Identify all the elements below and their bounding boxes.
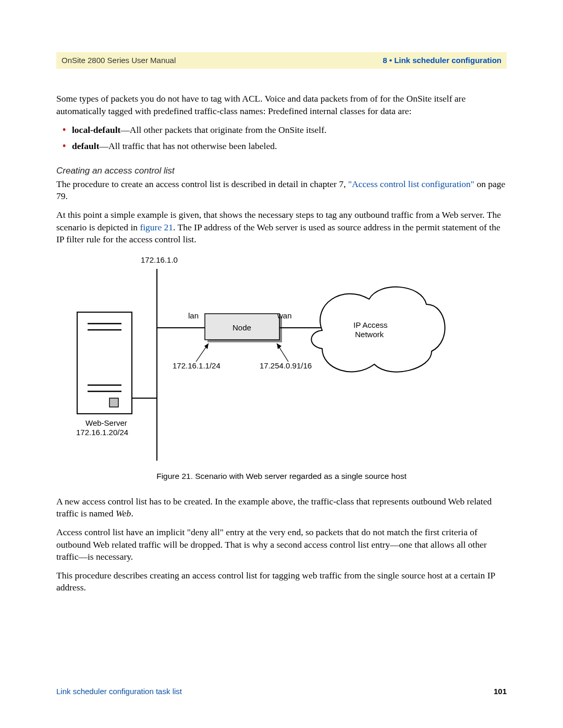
network-diagram: 172.16.1.0 lan wan Node IP Access Networ… (56, 252, 507, 466)
svg-rect-7 (109, 398, 118, 407)
lan-label: lan (188, 311, 199, 321)
page: OnSite 2800 Series User Manual 8 • Link … (0, 0, 563, 728)
network-address-label: 172.16.1.0 (141, 255, 178, 265)
intro-paragraph: Some types of packets you do not have to… (56, 93, 507, 117)
predefined-classes-list: local-default—All other packets that ori… (56, 124, 507, 153)
page-number: 101 (494, 686, 507, 697)
desc: —All traffic that has not otherwise been… (100, 141, 277, 151)
list-item: default—All traffic that has not otherwi… (72, 140, 507, 153)
list-item: local-default—All other packets that ori… (72, 124, 507, 137)
svg-rect-2 (77, 312, 132, 414)
wan-address-label: 17.254.0.91/16 (260, 361, 312, 371)
svg-marker-15 (277, 343, 282, 349)
term: local-default (72, 125, 120, 135)
footer-section-link[interactable]: Link scheduler configuration task list (56, 686, 182, 697)
traffic-class-name: Web (116, 508, 131, 519)
acl-paragraph-1: The procedure to create an access contro… (56, 178, 507, 203)
cloud-label-2: Network (355, 329, 384, 340)
manual-title: OnSite 2800 Series User Manual (62, 55, 176, 66)
text: The procedure to create an access contro… (56, 179, 348, 189)
server-address-label: 172.16.1.20/24 (76, 427, 128, 438)
desc: —All other packets that originate from t… (120, 125, 326, 135)
paragraph: A new access control list has to be crea… (56, 496, 507, 520)
text: . (131, 508, 133, 519)
figure-caption: Figure 21. Scenario with Web server rega… (56, 471, 507, 482)
body-text: Some types of packets you do not have to… (56, 93, 507, 594)
term: default (72, 141, 100, 151)
paragraph: Access control list have an implicit "de… (56, 526, 507, 563)
page-footer: Link scheduler configuration task list 1… (56, 686, 507, 697)
wan-label: wan (277, 311, 292, 321)
section-heading: Creating an access control list (56, 165, 507, 177)
node-label: Node (232, 323, 251, 333)
lan-address-label: 172.16.1.1/24 (173, 361, 221, 371)
paragraph: This procedure describes creating an acc… (56, 570, 507, 594)
page-header: OnSite 2800 Series User Manual 8 • Link … (56, 52, 507, 69)
acl-paragraph-2: At this point a simple example is given,… (56, 209, 507, 246)
figure-link[interactable]: figure 21 (140, 222, 173, 232)
chapter-title: 8 • Link scheduler configuration (383, 55, 501, 66)
cross-ref-link[interactable]: "Access control list configuration" (348, 179, 474, 189)
